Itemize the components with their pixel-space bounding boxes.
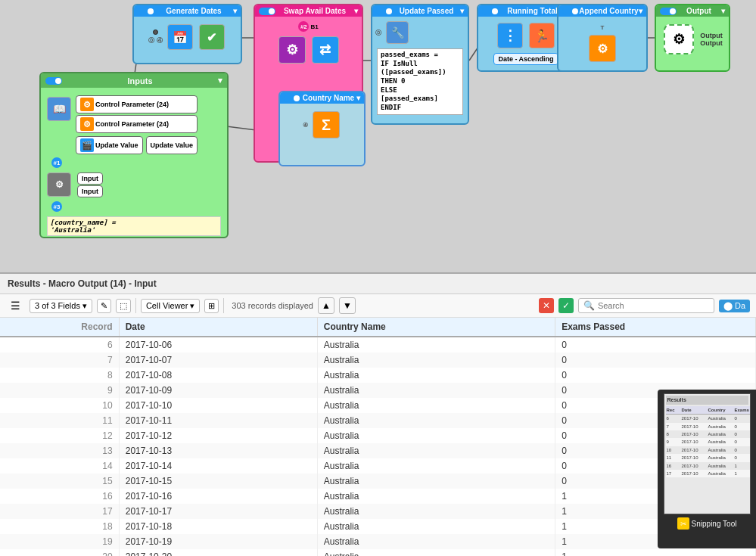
table-row: 18 2017-10-18 Australia 1 (0, 519, 756, 534)
table-row: 6 2017-10-06 Australia 0 (0, 337, 756, 353)
results-title: Results (8, 278, 40, 289)
generate-icon-2: ✔ (199, 24, 225, 50)
output-inner-icon: ⚙ (664, 24, 694, 54)
node-output[interactable]: Output ▾ ⚙ Output Output (655, 4, 730, 72)
cell-date: 2017-10-13 (119, 443, 317, 458)
search-box[interactable]: 🔍 (578, 298, 714, 313)
cell-record: 14 (0, 458, 119, 474)
running-icon-2: 🏃 (529, 23, 555, 48)
cell-date: 2017-10-08 (119, 368, 317, 383)
toolbar-separator-1 (135, 298, 136, 313)
table-row: 13 2017-10-13 Australia 0 (0, 443, 756, 458)
node-update[interactable]: Update Passed ▾ ⓪ 🔧 passed_exams =IF IsN… (371, 4, 469, 125)
cell-country: Australia (317, 428, 555, 443)
input-icon: ⚙ (47, 172, 71, 197)
node-append[interactable]: Append Country ▾ T ⚙ (557, 4, 648, 72)
cell-exams: 0 (555, 353, 756, 368)
node-update-label: Update Passed (400, 7, 454, 15)
cell-date: 2017-10-17 (119, 504, 317, 519)
collapse-output-icon[interactable]: ▾ (721, 7, 725, 15)
cell-exams: 0 (555, 368, 756, 383)
toggle-generate[interactable] (138, 8, 154, 15)
collapse-update-icon[interactable]: ▾ (460, 7, 464, 15)
param1-icon: ⚙ (80, 98, 94, 111)
edit-button-1[interactable]: ✎ (97, 299, 111, 313)
append-icon: ⚙ (589, 35, 616, 62)
nav-up-button[interactable]: ▲ (318, 297, 334, 314)
list-view-button[interactable]: ☰ (6, 298, 25, 313)
edit-button-2[interactable]: ⬚ (116, 299, 131, 313)
badge-3: #3 (51, 201, 62, 212)
cell-date: 2017-10-06 (119, 337, 317, 353)
input-node-2: Input (77, 185, 103, 197)
toggle-inputs[interactable] (45, 77, 62, 85)
results-subtitle: Macro Output (14) - Input (48, 278, 157, 289)
control-param-2: ⚙ Control Parameter (24) (76, 115, 198, 133)
swap-body: #2 B1 ⚙ ⇄ (255, 17, 362, 70)
settings-button[interactable]: ⊞ (204, 299, 219, 313)
cell-date: 2017-10-12 (119, 428, 317, 443)
cell-viewer-chevron-icon: ▾ (190, 301, 194, 311)
toggle-update[interactable] (376, 8, 393, 15)
sort-label: Date - Ascending (493, 53, 558, 65)
col-header-record: Record (0, 318, 119, 337)
toggle-output[interactable] (660, 8, 677, 15)
canvas-area: Inputs ▾ 📖 ⚙ Control Parameter (24) ⚙ Co… (0, 0, 756, 272)
toggle-swap[interactable] (259, 8, 275, 15)
results-area: Results - Macro Output (14) - Input ☰ 3 … (0, 272, 756, 556)
collapse-swap-icon[interactable]: ▾ (354, 7, 358, 15)
nav-down-button[interactable]: ▼ (339, 297, 356, 314)
toolbar-separator-2 (223, 298, 224, 313)
cell-date: 2017-10-07 (119, 353, 317, 368)
chevron-down-icon: ▾ (82, 301, 87, 311)
update1-icon: 🎬 (80, 138, 94, 152)
node-country[interactable]: Country Name ▾ ④ Σ (278, 91, 366, 166)
cell-exams: 0 (555, 337, 756, 353)
collapse-inputs-icon[interactable]: ▾ (218, 76, 222, 85)
cell-record: 15 (0, 474, 119, 489)
search-input[interactable] (598, 301, 704, 310)
confirm-button[interactable]: ✓ (558, 298, 574, 313)
cell-record: 11 (0, 413, 119, 428)
fields-dropdown-button[interactable]: 3 of 3 Fields ▾ (30, 299, 92, 313)
cell-viewer-button[interactable]: Cell Viewer ▾ (141, 299, 200, 313)
cell-record: 16 (0, 489, 119, 504)
node-country-label: Country Name (303, 94, 354, 102)
table-row: 12 2017-10-12 Australia 0 (0, 428, 756, 443)
generate-icon-1: 📅 (167, 24, 193, 50)
cell-date: 2017-10-16 (119, 489, 317, 504)
table-row: 14 2017-10-14 Australia 0 (0, 458, 756, 474)
generate-body: ⓪ ④ 📅 ✔ (134, 17, 241, 54)
swap-icon-1: ⚙ (278, 36, 306, 64)
node-generate[interactable]: Generate Dates ▾ ⓪ ④ 📅 ✔ (132, 4, 242, 64)
cell-record: 20 (0, 549, 119, 556)
results-header: Results - Macro Output (14) - Input (0, 274, 756, 294)
toggle-country[interactable] (284, 95, 300, 102)
node-update-header: Update Passed ▾ (372, 5, 468, 17)
toggle-append[interactable] (562, 8, 579, 15)
results-table: Record Date Country Name Exams Passed 6 … (0, 318, 756, 556)
cell-country: Australia (317, 549, 555, 556)
swap-icon-2: ⇄ (312, 36, 339, 64)
toggle-running[interactable] (482, 8, 499, 15)
cell-date: 2017-10-10 (119, 398, 317, 413)
port-generate-in (153, 30, 158, 35)
node-inputs[interactable]: Inputs ▾ 📖 ⚙ Control Parameter (24) ⚙ Co… (39, 72, 229, 238)
collapse-generate-icon[interactable]: ▾ (233, 7, 237, 15)
output-body: ⚙ Output Output (656, 17, 729, 62)
update-val-1: 🎬 Update Value (76, 136, 143, 154)
da-button[interactable]: ⬤ Da (719, 300, 750, 312)
badge-2: #2 (298, 21, 309, 32)
collapse-country-icon[interactable]: ▾ (356, 94, 360, 102)
table-row: 8 2017-10-08 Australia 0 (0, 368, 756, 383)
inputs-body: 📖 ⚙ Control Parameter (24) ⚙ Control Par… (41, 88, 227, 242)
node-running-label: Running Total (507, 7, 557, 15)
cell-date: 2017-10-09 (119, 383, 317, 398)
cell-record: 12 (0, 428, 119, 443)
collapse-append-icon[interactable]: ▾ (639, 7, 642, 15)
snipping-label: ✂ Snipping Tool (677, 517, 737, 530)
cell-country: Australia (317, 489, 555, 504)
clear-button[interactable]: ✕ (539, 298, 554, 313)
node-output-header: Output ▾ (656, 5, 729, 17)
book-icon: 📖 (47, 97, 71, 121)
